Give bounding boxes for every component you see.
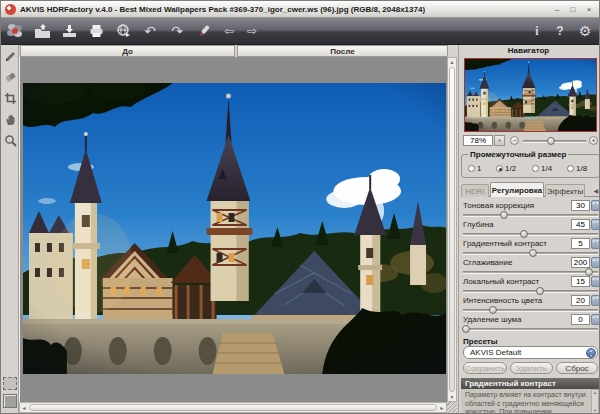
settings-panel: Навигатор ▼ − + Промежуточный размер 1 1… [458,45,600,414]
hint-scrollbar[interactable]: ▲ ▼ [591,389,599,414]
eraser-tool-button[interactable] [2,69,18,85]
hand-tool-button[interactable] [2,111,18,127]
zoom-out-button[interactable]: − [510,136,519,145]
size-radio-1-4[interactable]: 1/4 [532,164,552,173]
slider-value-input[interactable] [571,200,590,211]
crop-tool-button[interactable] [2,90,18,106]
slider-track[interactable] [463,233,598,236]
pencil-tool-button[interactable] [2,48,18,64]
title-bar: AKVIS HDRFactory v.4.0 - Best Mixed Wall… [1,1,599,18]
spinner-buttons[interactable]: ▲▼ [591,200,600,211]
zoom-percent-input[interactable] [463,135,493,146]
post-to-web-button[interactable] [112,21,134,42]
zoom-slider-thumb[interactable] [547,137,555,145]
spinner-buttons[interactable]: ▲▼ [591,295,600,306]
help-button[interactable]: ? [551,21,569,42]
slider-thumb[interactable] [500,211,508,219]
main-toolbar: ↶ ↷ ⇦ ⇨ i ? ⚙ [1,18,599,45]
castle-photo[interactable] [23,83,446,374]
slider-thumb[interactable] [520,230,528,238]
size-radio-1[interactable]: 1 [468,164,481,173]
next-image-button[interactable]: ⇨ [243,21,261,42]
spinner-buttons[interactable]: ▲▼ [591,314,600,325]
tab-before[interactable]: До [20,45,235,57]
hint-scroll-down-icon[interactable]: ▼ [592,408,598,414]
slider-track[interactable] [463,290,598,293]
background-color-swatch[interactable] [3,394,17,408]
slider-thumb[interactable] [462,325,470,333]
slider-track[interactable] [463,252,598,255]
slider-value-input[interactable] [571,276,590,287]
spinner-buttons[interactable]: ▲▼ [591,257,600,268]
tab-effects[interactable]: Эффекты [545,184,585,197]
slider-value-input[interactable] [571,219,590,230]
preset-reset-button[interactable]: Сброс [556,362,598,374]
vertical-scrollbar[interactable]: ▲ ▼ [447,57,457,402]
slider-value-input[interactable] [571,257,590,268]
size-radio-1-8-label: 1/8 [576,164,587,173]
hint-scroll-up-icon[interactable]: ▲ [592,390,598,396]
preset-save-button[interactable]: Сохранить [463,362,507,374]
slider-label: Тоновая коррекция [463,201,534,210]
redo-button[interactable]: ↷ [166,21,188,42]
slider-track[interactable] [463,328,598,331]
quick-process-button[interactable] [193,21,215,42]
collapse-panel-icon[interactable]: ◀ [593,187,598,194]
resize-grip[interactable] [447,402,457,413]
preset-delete-button[interactable]: Удалить [510,362,553,374]
print-button[interactable] [85,21,107,42]
scroll-right-icon[interactable]: ► [438,404,446,412]
tab-hdri[interactable]: HDRI [461,184,489,197]
info-button[interactable]: i [528,21,546,42]
scroll-down-icon[interactable]: ▼ [448,393,456,401]
zoom-tool-button[interactable] [2,132,18,148]
slider-track[interactable] [463,271,598,274]
maximize-button[interactable]: □ [567,4,579,15]
intermediate-size-title: Промежуточный размер [468,150,568,159]
slider-track[interactable] [463,309,598,312]
navigator-thumbnail[interactable] [464,58,597,132]
slider-thumb[interactable] [536,287,544,295]
slider-track[interactable] [463,214,598,217]
preferences-gear-button[interactable]: ⚙ [574,21,596,42]
scroll-left-icon[interactable]: ◄ [20,404,28,412]
horizontal-scroll-thumb[interactable] [29,404,437,411]
horizontal-scrollbar[interactable]: ◄ ► [19,402,447,413]
zoom-dropdown-button[interactable]: ▼ [494,135,505,146]
slider-row-local-contrast: Локальный контраст ▲▼ [459,276,600,295]
slider-thumb[interactable] [585,268,593,276]
slider-value-input[interactable] [571,295,590,306]
spinner-buttons[interactable]: ▲▼ [591,219,600,230]
scroll-up-icon[interactable]: ▲ [448,58,456,66]
preset-dropdown[interactable]: AKVIS Default ▲▼ [463,346,598,359]
slider-row-noise-removal: Удаление шума ▲▼ [459,314,600,333]
open-image-button[interactable] [31,21,53,42]
undo-button[interactable]: ↶ [139,21,161,42]
size-radio-1-8[interactable]: 1/8 [567,164,587,173]
tab-adjustment[interactable]: Регулировка [490,182,544,197]
close-button[interactable]: × [583,4,595,15]
spinner-buttons[interactable]: ▲▼ [591,276,600,287]
size-radio-1-label: 1 [477,164,481,173]
slider-thumb[interactable] [489,306,497,314]
save-image-button[interactable] [58,21,80,42]
window-title: AKVIS HDRFactory v.4.0 - Best Mixed Wall… [20,5,425,14]
tab-after[interactable]: После [237,45,448,57]
slider-row-gradient-contrast: Градиентный контраст ▲▼ [459,238,600,257]
previous-image-button[interactable]: ⇦ [220,21,238,42]
slider-thumb[interactable] [529,249,537,257]
preset-dropdown-icon[interactable]: ▲▼ [586,348,596,358]
preview-window-icon[interactable] [3,377,17,390]
slider-value-input[interactable] [571,314,590,325]
zoom-slider-track[interactable] [523,140,586,143]
slider-value-input[interactable] [571,238,590,249]
zoom-in-button[interactable]: + [589,136,598,145]
navigator-title: Навигатор [459,46,598,55]
slider-row-tone: Тоновая коррекция ▲▼ [459,200,600,219]
slider-row-smoothing: Сглаживание ▲▼ [459,257,600,276]
size-radio-1-2[interactable]: 1/2 [496,164,516,173]
spinner-buttons[interactable]: ▲▼ [591,238,600,249]
vertical-scroll-thumb[interactable] [449,67,455,392]
minimize-button[interactable]: – [551,4,563,15]
slider-label: Градиентный контраст [463,239,547,248]
